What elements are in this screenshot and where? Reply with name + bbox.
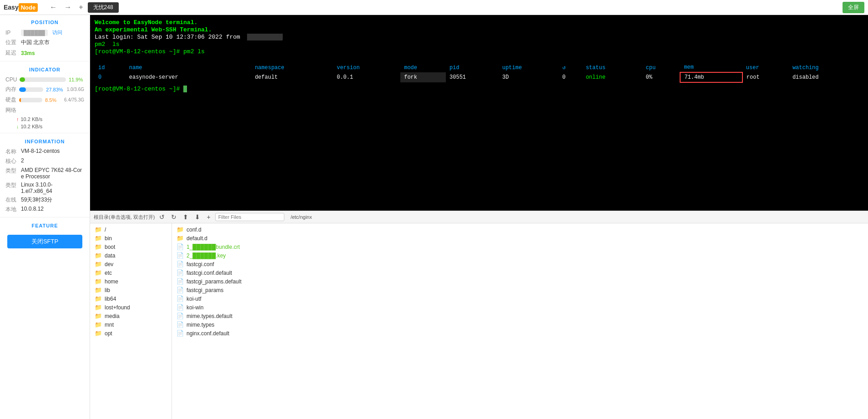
file-icon: 📄 [177,313,184,319]
online-row: 在线 59天3时33分 [0,195,90,205]
pm2-col-uptime: uptime [499,63,559,72]
list-item[interactable]: 📁 lost+found [90,303,172,312]
location-value: 中国 北京市 [21,39,50,46]
pm2-col-namespace: namespace [251,63,333,72]
dir-name: mnt [105,322,114,328]
list-item[interactable]: 📄 mime.types.default [172,312,868,320]
folder-icon: 📁 [95,261,102,268]
list-item[interactable]: 📁 opt [90,329,172,338]
list-item[interactable]: 📄 fastcgi.conf [172,260,868,268]
feature-title: FEATURE [0,221,90,231]
pm2-data-row: 0 easynode-server default 0.0.1 fork 305… [95,72,863,82]
file-name: koi-utf [187,296,202,302]
dir-name: data [105,252,115,259]
os-row: 类型 Linux 3.10.0- 1.el7.x86_64 [0,181,90,195]
list-item[interactable]: 📄 koi-win [172,303,868,312]
pm2-cell-name: easynode-server [126,72,251,82]
term-line-3: Last login: Sat Sep 10 12:37:06 2022 fro… [95,34,863,40]
tab-back-button[interactable]: ← [47,2,60,12]
list-item[interactable]: 📁 mnt [90,320,172,329]
sftp-toggle-button[interactable]: 关闭SFTP [7,235,82,248]
ip-link[interactable]: 访问 [52,29,62,36]
list-item[interactable]: 📄 nginx.conf.default [172,329,868,338]
folder-icon: 📁 [95,304,102,311]
list-item[interactable]: 📁 boot [90,242,172,251]
mem-bar-fill [19,87,26,92]
list-item[interactable]: 📁 lib64 [90,294,172,303]
core-row: 核心 2 [0,156,90,166]
pm2-col-watching: watching [789,63,863,72]
file-name: fastcgi_params.default [187,278,242,285]
mem-bar-wrap [19,87,43,92]
list-item[interactable]: 📁 lib [90,286,172,294]
list-item[interactable]: 📄 fastcgi_params [172,286,868,294]
dir-name: dev [105,261,113,268]
fm-refresh2-btn[interactable]: ↻ [169,213,178,221]
pm2-cell-user: root [742,72,789,82]
list-item[interactable]: 📄 2_██████.key [172,251,868,260]
pm2-col-pid: pid [446,63,499,72]
list-item[interactable]: 📁 data [90,251,172,260]
file-icon: 📄 [177,321,184,328]
location-row: 位置 中国 北京市 [0,37,90,48]
folder-icon: 📁 [95,295,102,302]
network-label: 网络 [5,106,18,114]
latency-value: 33ms [21,50,35,56]
fm-download-btn[interactable]: ⬇ [193,213,202,221]
file-icon: 📄 [177,304,184,311]
list-item[interactable]: 📄 koi-utf [172,294,868,303]
terminal[interactable]: Welcome to EasyNode terminal. An experim… [90,15,868,211]
ip-row: IP ██████ 访问 [0,28,90,37]
fm-new-btn[interactable]: + [205,213,212,221]
dir-name: media [105,313,120,319]
tab-new-button[interactable]: + [76,2,86,12]
pm2-col-user: user [742,63,789,72]
list-item[interactable]: 📄 fastcgi.conf.default [172,268,868,277]
list-item[interactable]: 📁 etc [90,268,172,277]
list-item[interactable]: 📁 home [90,277,172,286]
pm2-cell-cpu: 0% [642,72,681,82]
list-item[interactable]: 📁 / [90,225,172,234]
file-manager: 根目录(单击选项, 双击打开) ↺ ↻ ⬆ ⬇ + /etc/nginx 📁 / [90,211,868,419]
os-label: 类型 [5,182,18,189]
position-section: POSITION IP ██████ 访问 位置 中国 北京市 延迟 33ms [0,15,90,60]
fm-right-panel: 📁 conf.d 📁 default.d 📄 1_██████bundle.cr… [172,223,868,419]
list-item[interactable]: 📄 fastcgi_params.default [172,277,868,286]
dir-name: opt [105,330,112,337]
dir-name: bin [105,235,112,242]
list-item[interactable]: 📄 1_██████bundle.crt [172,242,868,251]
online-label: 在线 [5,196,18,204]
logo-easy: Easy [4,4,19,11]
file-icon: 📄 [177,295,184,302]
net-up-row: ↑ 10.2 KB/s [0,116,90,123]
disk-bar-wrap [19,98,42,102]
dir-name: lib64 [105,296,116,302]
net-down-value: 10.2 KB/s [21,124,43,129]
core-label: 核心 [5,157,18,165]
dir-name: lib [105,287,110,293]
list-item[interactable]: 📁 bin [90,234,172,242]
mem-pct: 27.83% [46,87,63,92]
logo: Easy Node [4,3,38,12]
list-item[interactable]: 📁 conf.d [172,225,868,234]
list-item[interactable]: 📁 media [90,312,172,320]
list-item[interactable]: 📁 dev [90,260,172,268]
folder-icon: 📁 [95,287,102,293]
pm2-cell-mode: fork [400,72,446,82]
list-item[interactable]: 📁 default.d [172,234,868,242]
fullscreen-button[interactable]: 全屏 [843,2,864,13]
network-label-row: 网络 [0,105,90,116]
divider1 [0,61,90,61]
fm-refresh-btn[interactable]: ↺ [157,213,167,221]
list-item[interactable]: 📄 mime.types [172,320,868,329]
folder-icon: 📁 [95,235,102,242]
file-name: fastcgi_params [187,287,223,293]
active-tab[interactable]: 无忧248 [88,2,119,13]
fm-filter-input[interactable] [215,213,284,221]
fm-body: 📁 / 📁 bin 📁 boot 📁 data [90,223,868,419]
file-icon: 📄 [177,261,184,268]
term-line-4: pm2 ls [95,41,863,48]
dir-name: home [105,278,118,285]
tab-forward-button[interactable]: → [61,2,74,12]
fm-upload-btn[interactable]: ⬆ [181,213,190,221]
